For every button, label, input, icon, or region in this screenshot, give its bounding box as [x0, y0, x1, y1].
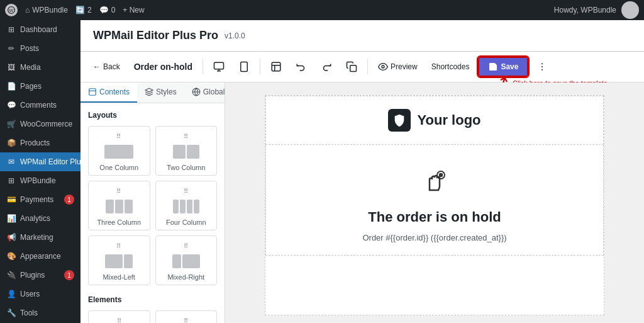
- tab-global[interactable]: Global: [184, 82, 225, 103]
- new-content-link[interactable]: + New: [123, 6, 144, 14]
- wp-logo-link[interactable]: W: [5, 4, 18, 16]
- sidebar-item-dashboard[interactable]: ⊞ Dashboard: [0, 20, 80, 39]
- back-button[interactable]: ← Back: [88, 59, 125, 74]
- layout-mixed-left[interactable]: ⠿ Mixed-Left: [88, 235, 150, 285]
- howdy-link[interactable]: Howdy, WPBundle: [554, 6, 616, 14]
- site-name-link[interactable]: ⌂ WPBundle: [25, 6, 68, 14]
- undo-icon: [296, 61, 307, 72]
- sidebar-item-label: Pages: [20, 82, 42, 91]
- comments-link[interactable]: 💬 0: [99, 6, 116, 14]
- tab-contents-label: Contents: [99, 88, 130, 96]
- marketing-icon: 📢: [6, 232, 16, 242]
- layout-one-column[interactable]: ⠿ One Column: [88, 126, 150, 176]
- layouts-section-title: Layouts: [88, 111, 217, 120]
- sidebar-item-label: Dashboard: [20, 25, 57, 34]
- updates-icon: 🔄: [75, 6, 85, 14]
- users-icon: 👤: [6, 289, 16, 299]
- panel-tabs: Contents Styles Global: [80, 82, 225, 103]
- sidebar-item-label: Analytics: [20, 214, 50, 223]
- shortcodes-button[interactable]: Shortcodes: [426, 59, 475, 74]
- sidebar-item-label: Appearance: [20, 252, 61, 261]
- new-label: + New: [123, 6, 144, 14]
- eye-icon: [378, 62, 388, 72]
- layout-dots: ⠿: [184, 133, 189, 140]
- main-layout: ⊞ Dashboard ✏ Posts 🖼 Media 📄 Pages 💬 Co…: [0, 20, 644, 323]
- sidebar-item-comments[interactable]: 💬 Comments: [0, 96, 80, 115]
- preview-label: Preview: [391, 62, 418, 71]
- element-item-1[interactable]: ⠿: [88, 310, 150, 323]
- svg-point-14: [541, 69, 543, 71]
- comments-icon: 💬: [99, 6, 109, 14]
- sidebar-item-label: Comments: [20, 101, 57, 110]
- divider-2: [260, 59, 260, 74]
- tab-contents[interactable]: Contents: [80, 82, 137, 103]
- desktop-icon: [213, 61, 225, 72]
- save-label: Save: [501, 62, 518, 71]
- sidebar-item-posts[interactable]: ✏ Posts: [0, 39, 80, 58]
- tab-global-label: Global: [203, 88, 225, 96]
- sidebar-item-woocommerce[interactable]: 🛒 WooCommerce: [0, 115, 80, 133]
- desktop-view-button[interactable]: [208, 58, 230, 76]
- sidebar-item-analytics[interactable]: 📊 Analytics: [0, 209, 80, 228]
- wp-logo-icon: W: [5, 4, 18, 16]
- admin-bar-right: Howdy, WPBundle: [554, 1, 639, 19]
- updates-link[interactable]: 🔄 2: [75, 6, 92, 14]
- save-button[interactable]: Save: [478, 57, 528, 77]
- logo-text: Your logo: [417, 112, 480, 128]
- sidebar-item-tools[interactable]: 🔧 Tools: [0, 303, 80, 322]
- undo-button[interactable]: [291, 58, 312, 76]
- sidebar-item-label: Tools: [20, 309, 38, 317]
- three-column-icon: [106, 197, 133, 216]
- tab-styles[interactable]: Styles: [137, 82, 184, 103]
- email-heading: The order is on hold: [368, 209, 501, 225]
- back-icon: ←: [93, 62, 101, 71]
- mobile-view-button[interactable]: [233, 58, 255, 76]
- layout-two-column[interactable]: ⠿ Two Column: [155, 126, 218, 176]
- payments-badge: 1: [64, 195, 74, 205]
- global-tab-icon: [192, 88, 201, 96]
- sidebar-item-payments[interactable]: 💳 Payments 1: [0, 190, 80, 209]
- editor-main: Contents Styles Global Layouts: [80, 82, 644, 323]
- sidebar: ⊞ Dashboard ✏ Posts 🖼 Media 📄 Pages 💬 Co…: [0, 20, 80, 323]
- sidebar-item-media[interactable]: 🖼 Media: [0, 58, 80, 77]
- mixed-right-label: Mixed-Right: [167, 273, 204, 281]
- layout-four-column[interactable]: ⠿ Four Column: [155, 181, 218, 230]
- redo-button[interactable]: [316, 58, 337, 76]
- email-body-section: The order is on hold Order #{{order.id}}…: [265, 145, 604, 256]
- elements-grid: ⠿ ⠿: [88, 310, 217, 323]
- copy-button[interactable]: [341, 58, 362, 76]
- save-icon: [488, 62, 498, 72]
- preview-button[interactable]: Preview: [373, 59, 423, 75]
- copy-icon: [346, 61, 357, 72]
- more-options-button[interactable]: [533, 59, 551, 75]
- sidebar-item-wpmail[interactable]: ✉ WPMail Editor Plus Pro: [0, 152, 80, 171]
- layout-three-column[interactable]: ⠿ Three Column: [88, 181, 150, 230]
- sidebar-item-marketing[interactable]: 📢 Marketing: [0, 228, 80, 247]
- plugin-version: v1.0.0: [225, 31, 245, 40]
- one-column-label: One Column: [99, 164, 138, 171]
- site-name-label: WPBundle: [32, 6, 68, 14]
- styles-tab-icon: [145, 88, 153, 96]
- svg-point-13: [541, 66, 543, 67]
- two-column-icon: [173, 142, 199, 161]
- shortcodes-label: Shortcodes: [431, 62, 470, 71]
- sidebar-item-label: Posts: [20, 44, 39, 53]
- plugin-header: WPMail Editor Plus Pro v1.0.0: [80, 20, 644, 52]
- editor-toolbar: ← Back Order on-hold: [80, 52, 644, 82]
- sidebar-item-wpbundle[interactable]: ⊞ WPBundle: [0, 171, 80, 190]
- layout-mixed-right[interactable]: ⠿ Mixed-Right: [155, 235, 218, 285]
- sidebar-item-label: Products: [20, 139, 50, 147]
- sidebar-item-pages[interactable]: 📄 Pages: [0, 77, 80, 96]
- sidebar-item-products[interactable]: 📦 Products: [0, 133, 80, 152]
- sidebar-item-plugins[interactable]: 🔌 Plugins 1: [0, 266, 80, 285]
- sidebar-item-users[interactable]: 👤 Users: [0, 285, 80, 303]
- element-item-2[interactable]: ⠿: [155, 310, 218, 323]
- layout-dots: ⠿: [184, 188, 189, 195]
- layout-grid: ⠿ One Column ⠿: [88, 126, 217, 285]
- mixed-left-icon: [105, 252, 133, 271]
- sidebar-item-label: Marketing: [20, 233, 53, 242]
- sidebar-item-appearance[interactable]: 🎨 Appearance: [0, 247, 80, 266]
- comments-count: 0: [111, 6, 116, 14]
- tab-styles-label: Styles: [156, 88, 177, 96]
- template-button[interactable]: [265, 58, 287, 76]
